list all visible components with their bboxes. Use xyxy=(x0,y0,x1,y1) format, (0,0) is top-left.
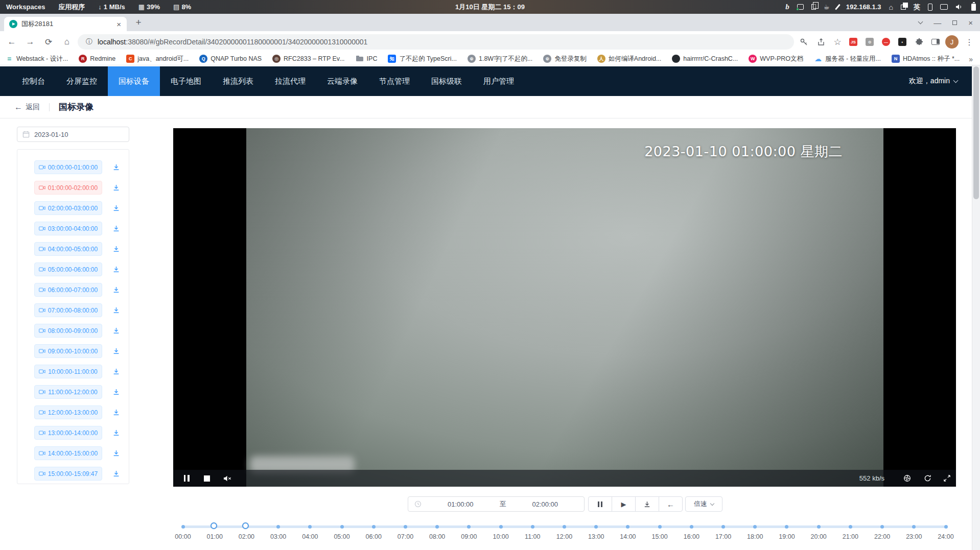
bookmarks-overflow-icon[interactable]: » xyxy=(969,55,973,63)
bookmark-item[interactable]: ⊕免登录复制 xyxy=(543,55,587,63)
record-range-button[interactable]: 04:00:00-05:00:00 xyxy=(34,242,102,256)
record-download-button[interactable] xyxy=(110,325,122,337)
bookmark-item[interactable]: 人如何编译Android... xyxy=(597,55,662,63)
bookmark-item[interactable]: WWVP-PRO文档 xyxy=(749,55,803,63)
nav-tab-3[interactable]: 电子地图 xyxy=(160,66,212,96)
forward-icon[interactable]: → xyxy=(24,31,37,53)
record-download-button[interactable] xyxy=(110,304,122,317)
bookmark-item[interactable]: NHDAtmos :: 种子 *... xyxy=(892,55,960,63)
nav-tab-1[interactable]: 分屏监控 xyxy=(56,66,108,96)
nav-tab-4[interactable]: 推流列表 xyxy=(212,66,264,96)
record-range-button[interactable]: 15:00:00-15:09:47 xyxy=(34,467,102,481)
record-download-button[interactable] xyxy=(110,264,122,276)
record-range-button[interactable]: 09:00:00-10:00:00 xyxy=(34,344,102,358)
tab-close-icon[interactable]: × xyxy=(115,20,123,29)
page-scrollbar[interactable] xyxy=(972,65,980,550)
back-button[interactable]: ← 返回 xyxy=(14,103,40,112)
speed-dropdown[interactable]: 倍速 xyxy=(685,496,722,512)
nav-tab-7[interactable]: 节点管理 xyxy=(368,66,421,96)
record-download-button[interactable] xyxy=(110,223,122,235)
bookmark-item[interactable]: Cjava、android可... xyxy=(126,55,189,63)
record-download-button[interactable] xyxy=(110,386,122,398)
record-download-button[interactable] xyxy=(110,468,122,480)
player-stop-icon[interactable] xyxy=(201,470,213,487)
nav-tab-5[interactable]: 拉流代理 xyxy=(264,66,316,96)
extension-gray-icon[interactable]: ⊙ xyxy=(866,38,874,46)
bing-tray-icon[interactable]: b xyxy=(785,3,789,11)
bookmark-item[interactable]: ◎RFC2833 – RTP Ev... xyxy=(272,55,345,63)
timeline-slider[interactable]: 00:0001:0002:0003:0004:0005:0006:0007:00… xyxy=(183,522,946,543)
record-range-button[interactable]: 10:00:00-11:00:00 xyxy=(34,365,102,378)
time-range-input[interactable]: 01:00:00 至 02:00:00 xyxy=(408,496,585,512)
record-download-button[interactable] xyxy=(110,182,122,194)
nav-tab-8[interactable]: 国标级联 xyxy=(421,66,473,96)
timeline-handle[interactable] xyxy=(211,522,217,529)
display-tray-icon[interactable] xyxy=(940,4,948,10)
video-player[interactable]: 2023-01-10 01:00:00 星期二 552 kb/s xyxy=(173,128,956,487)
record-range-button[interactable]: 12:00:00-13:00:00 xyxy=(34,405,102,419)
play-button[interactable]: ▶ xyxy=(612,496,636,512)
record-download-button[interactable] xyxy=(110,366,122,378)
volume-icon[interactable] xyxy=(955,4,964,10)
record-download-button[interactable] xyxy=(110,202,122,214)
browser-menu-icon[interactable]: ⋮ xyxy=(963,31,976,53)
extension-js-icon[interactable]: JS xyxy=(849,38,857,46)
record-download-button[interactable] xyxy=(110,161,122,174)
battery-icon[interactable] xyxy=(971,4,976,11)
record-range-button[interactable]: 03:00:00-04:00:00 xyxy=(34,222,102,235)
bookmark-item[interactable]: ☁服务器 - 轻量应用... xyxy=(814,55,881,63)
bookmark-item[interactable]: ⊕1.8W字|了不起的... xyxy=(468,55,532,63)
start-time-value[interactable]: 01:00:00 xyxy=(422,500,500,508)
nav-tab-9[interactable]: 用户管理 xyxy=(473,66,525,96)
record-range-button[interactable]: 11:00:00-12:00:00 xyxy=(34,385,102,399)
record-range-button[interactable]: 05:00:00-06:00:00 xyxy=(34,262,102,276)
player-pause-icon[interactable] xyxy=(180,470,193,487)
bookmark-item[interactable]: ≡Webstack - 设计... xyxy=(5,55,68,63)
clipboard-tray-icon[interactable] xyxy=(811,4,816,10)
record-range-button[interactable]: 13:00:00-14:00:00 xyxy=(34,426,102,440)
reload-icon[interactable]: ⟳ xyxy=(42,31,55,53)
record-download-button[interactable] xyxy=(110,427,122,439)
download-button[interactable] xyxy=(635,496,659,512)
workspaces-button[interactable]: Workspaces xyxy=(6,3,45,11)
share-icon[interactable] xyxy=(814,31,828,53)
bookmark-item[interactable]: 知了不起的 TypeScri... xyxy=(388,55,457,63)
applications-button[interactable]: 应用程序 xyxy=(58,3,85,12)
record-download-button[interactable] xyxy=(110,345,122,357)
side-panel-icon[interactable] xyxy=(929,31,942,53)
windows-tray-icon[interactable] xyxy=(901,5,906,10)
bookmark-item[interactable]: IPC xyxy=(356,55,378,63)
bookmark-item[interactable]: hairrrrr/C-CrashC... xyxy=(672,55,738,63)
input-language-indicator[interactable]: 英 xyxy=(914,3,920,12)
record-download-button[interactable] xyxy=(110,243,122,255)
phone-tray-icon[interactable] xyxy=(928,4,932,11)
tab-search-icon[interactable] xyxy=(918,19,923,25)
browser-home-icon[interactable]: ⌂ xyxy=(60,31,74,53)
record-download-button[interactable] xyxy=(110,406,122,419)
record-download-button[interactable] xyxy=(110,447,122,460)
extensions-puzzle-icon[interactable] xyxy=(913,31,926,53)
profile-avatar[interactable]: J xyxy=(945,35,959,49)
browser-tab[interactable]: 国标28181 × xyxy=(4,17,127,31)
record-range-button[interactable]: 00:00:00-01:00:00 xyxy=(34,160,102,174)
screenshot-tray-icon[interactable] xyxy=(797,4,804,10)
date-picker-input[interactable]: 2023-01-10 xyxy=(17,127,129,142)
site-info-icon[interactable]: ⓘ xyxy=(86,37,92,46)
record-range-button[interactable]: 08:00:00-09:00:00 xyxy=(34,324,102,338)
nav-tab-0[interactable]: 控制台 xyxy=(11,66,56,96)
address-bar[interactable]: ⓘ localhost :38080/#/gbRecordDetail/3402… xyxy=(78,34,794,50)
new-tab-button[interactable]: + xyxy=(133,17,144,29)
maximize-button[interactable] xyxy=(952,20,957,25)
coffee-tray-icon[interactable]: ☕ xyxy=(824,3,830,11)
record-range-button[interactable]: 02:00:00-03:00:00 xyxy=(34,201,102,215)
player-refresh-icon[interactable] xyxy=(921,470,934,487)
nav-tab-2[interactable]: 国标设备 xyxy=(108,66,160,96)
player-mute-icon[interactable] xyxy=(221,470,234,487)
close-button[interactable]: × xyxy=(968,19,973,27)
back-icon[interactable]: ← xyxy=(5,31,18,53)
extension-red-icon[interactable]: — xyxy=(882,38,890,46)
minimize-button[interactable]: — xyxy=(934,19,941,27)
scrollbar-thumb[interactable] xyxy=(973,66,979,199)
bookmark-item[interactable]: RRedmine xyxy=(79,55,115,63)
snapshot-shutter-icon[interactable] xyxy=(901,470,913,487)
